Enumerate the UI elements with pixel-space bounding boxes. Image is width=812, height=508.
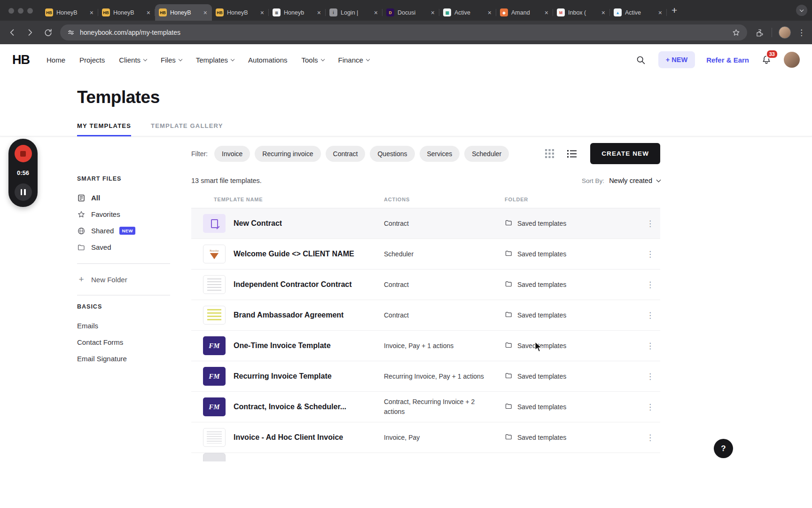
browser-tab[interactable]: iLogin |× (326, 4, 383, 21)
site-info-icon[interactable] (67, 28, 75, 37)
table-row[interactable]: Brand Ambassador AgreementContractSaved … (191, 300, 660, 331)
search-button[interactable] (635, 54, 647, 66)
filter-pill-contract[interactable]: Contract (326, 146, 366, 162)
row-menu-icon[interactable]: ⋮ (643, 278, 657, 291)
nav-item-files[interactable]: Files (161, 56, 182, 64)
template-name[interactable]: One-Time Invoice Template (234, 341, 331, 350)
sidebar-item-saved[interactable]: Saved (77, 239, 191, 255)
browser-tab[interactable]: HBHoneyB× (41, 4, 98, 21)
notifications-button[interactable]: 33 (760, 54, 773, 66)
template-name[interactable]: Independent Contractor Contract (234, 280, 352, 289)
sidebar-item-emails[interactable]: Emails (77, 318, 191, 334)
forward-button[interactable] (24, 27, 36, 38)
tab-my-templates[interactable]: MY TEMPLATES (77, 122, 131, 136)
row-menu-icon[interactable]: ⋮ (643, 370, 657, 383)
browser-tab[interactable]: HBHoneyB× (98, 4, 155, 21)
filter-pill-scheduler[interactable]: Scheduler (464, 146, 509, 162)
address-bar[interactable]: honeybook.com/app/my-templates (60, 24, 747, 40)
reload-button[interactable] (42, 27, 54, 38)
row-menu-icon[interactable]: ⋮ (643, 340, 657, 352)
template-name[interactable]: Contract, Invoice & Scheduler... (234, 403, 346, 411)
grid-view-button[interactable] (543, 148, 555, 160)
tab-template-gallery[interactable]: TEMPLATE GALLERY (151, 122, 223, 136)
extensions-icon[interactable] (754, 27, 765, 38)
table-row[interactable]: FMRecurring Invoice TemplateRecurring In… (191, 361, 660, 392)
browser-tab[interactable]: DDocusi× (383, 4, 439, 21)
table-row[interactable]: Invoice - Ad Hoc Client InvoiceInvoice, … (191, 422, 660, 453)
create-new-button[interactable]: CREATE NEW (590, 143, 660, 164)
tab-close-icon[interactable]: × (657, 9, 663, 16)
tab-close-icon[interactable]: × (430, 9, 436, 16)
tab-search-button[interactable] (796, 5, 807, 16)
browser-tab[interactable]: HBHoneyB× (155, 4, 212, 21)
table-row[interactable]: Independent Contractor ContractContractS… (191, 270, 660, 300)
row-menu-icon[interactable]: ⋮ (643, 309, 657, 322)
view-toggles (543, 148, 578, 160)
filter-pill-questions[interactable]: Questions (370, 146, 414, 162)
tab-close-icon[interactable]: × (203, 9, 208, 16)
nav-item-tools[interactable]: Tools (302, 56, 324, 64)
tab-close-icon[interactable]: × (89, 9, 94, 16)
help-button[interactable]: ? (714, 439, 733, 458)
refer-earn-link[interactable]: Refer & Earn (706, 56, 749, 64)
window-zoom-button[interactable] (27, 8, 33, 14)
filter-pill-services[interactable]: Services (420, 146, 460, 162)
template-name[interactable]: Welcome Guide <> CLIENT NAME (234, 250, 354, 258)
filter-pill-recurring-invoice[interactable]: Recurring invoice (255, 146, 320, 162)
new-tab-button[interactable]: + (671, 5, 677, 15)
browser-tab[interactable]: ◈Amand× (496, 4, 553, 21)
tab-close-icon[interactable]: × (146, 9, 151, 16)
template-name[interactable]: Recurring Invoice Template (234, 372, 332, 381)
browser-tab[interactable]: HBHoneyB× (212, 4, 269, 21)
profile-avatar[interactable] (784, 52, 800, 68)
tab-close-icon[interactable]: × (601, 9, 606, 16)
browser-tab[interactable]: ▲Active× (610, 4, 667, 21)
tab-close-icon[interactable]: × (259, 9, 265, 16)
table-row[interactable]: FMOne-Time Invoice TemplateInvoice, Pay … (191, 331, 660, 361)
row-menu-icon[interactable]: ⋮ (643, 248, 657, 261)
tab-close-icon[interactable]: × (373, 9, 379, 16)
bookmark-star-icon[interactable] (732, 28, 741, 37)
sidebar-item-favorites[interactable]: Favorites (77, 206, 191, 222)
nav-item-automations[interactable]: Automations (248, 56, 287, 64)
nav-item-home[interactable]: Home (47, 56, 65, 64)
nav-item-templates[interactable]: Templates (196, 56, 234, 64)
sidebar-item-contact-forms[interactable]: Contact Forms (77, 334, 191, 350)
url-text[interactable]: honeybook.com/app/my-templates (80, 29, 727, 36)
sort-dropdown[interactable]: Newly created (609, 177, 660, 184)
template-name[interactable]: Brand Ambassador Agreement (234, 311, 344, 319)
new-button[interactable]: + NEW (658, 51, 695, 68)
browser-menu-icon[interactable]: ⋮ (797, 28, 805, 38)
window-minimize-button[interactable] (18, 8, 23, 14)
table-row[interactable]: BeardsyWelcome Guide <> CLIENT NAMESched… (191, 239, 660, 270)
sidebar-item-email-signature[interactable]: Email Signature (77, 350, 191, 367)
window-close-button[interactable] (8, 8, 14, 14)
table-row[interactable]: New ContractContractSaved templates⋮ (191, 208, 660, 239)
honeybook-logo[interactable]: HB (12, 53, 30, 67)
browser-tab[interactable]: ▦Active× (439, 4, 496, 21)
browser-tab[interactable]: MInbox (× (553, 4, 610, 21)
row-menu-icon[interactable]: ⋮ (643, 401, 657, 413)
list-view-button[interactable] (566, 148, 578, 160)
sidebar-item-all[interactable]: All (77, 190, 191, 206)
browser-tab[interactable]: ≣Honeyb× (269, 4, 326, 21)
nav-item-finance[interactable]: Finance (338, 56, 369, 64)
table-header: TEMPLATE NAME ACTIONS FOLDER (191, 197, 660, 208)
filter-pill-invoice[interactable]: Invoice (214, 146, 250, 162)
table-row[interactable]: FMContract, Invoice & Scheduler...Contra… (191, 392, 660, 422)
row-menu-icon[interactable]: ⋮ (643, 431, 657, 444)
row-menu-icon[interactable]: ⋮ (643, 217, 657, 230)
browser-profile-avatar[interactable] (779, 26, 791, 39)
tab-close-icon[interactable]: × (544, 9, 549, 16)
nav-item-clients[interactable]: Clients (119, 56, 147, 64)
sidebar-item-shared[interactable]: SharedNEW (77, 222, 191, 239)
nav-item-projects[interactable]: Projects (79, 56, 105, 64)
back-button[interactable] (7, 27, 18, 38)
stop-recording-button[interactable] (15, 145, 32, 162)
new-folder-button[interactable]: + New Folder (77, 272, 191, 287)
template-name[interactable]: New Contract (234, 219, 282, 228)
tab-close-icon[interactable]: × (487, 9, 492, 16)
pause-recording-button[interactable] (15, 183, 32, 201)
template-name[interactable]: Invoice - Ad Hoc Client Invoice (234, 433, 343, 442)
tab-close-icon[interactable]: × (316, 9, 322, 16)
